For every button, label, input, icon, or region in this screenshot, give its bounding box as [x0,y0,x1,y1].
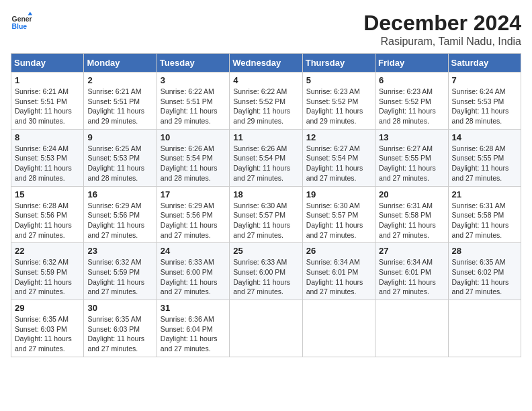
day-header-wednesday: Wednesday [230,54,302,73]
logo: General Blue [11,11,32,32]
calendar-cell: 31Sunrise: 6:36 AMSunset: 6:04 PMDayligh… [157,300,229,357]
day-info: Sunrise: 6:24 AMSunset: 5:53 PMDaylight:… [452,87,517,126]
day-info: Sunrise: 6:30 AMSunset: 5:57 PMDaylight:… [233,201,298,240]
day-info: Sunrise: 6:22 AMSunset: 5:52 PMDaylight:… [233,87,298,126]
day-number: 27 [379,246,444,256]
day-info: Sunrise: 6:25 AMSunset: 5:53 PMDaylight:… [87,144,152,183]
day-number: 11 [233,132,298,142]
calendar-week-row: 22Sunrise: 6:32 AMSunset: 5:59 PMDayligh… [11,243,521,300]
location-subtitle: Rasipuram, Tamil Nadu, India [363,36,521,48]
calendar-cell: 26Sunrise: 6:34 AMSunset: 6:01 PMDayligh… [302,243,375,300]
calendar-table: SundayMondayTuesdayWednesdayThursdayFrid… [11,53,521,357]
day-number: 30 [87,303,152,313]
day-header-sunday: Sunday [11,54,84,73]
day-number: 24 [161,246,226,256]
title-section: December 2024 Rasipuram, Tamil Nadu, Ind… [363,11,521,48]
calendar-cell: 14Sunrise: 6:28 AMSunset: 5:55 PMDayligh… [448,129,521,186]
day-info: Sunrise: 6:35 AMSunset: 6:03 PMDaylight:… [87,314,152,354]
day-number: 5 [306,75,371,85]
day-number: 4 [233,75,298,85]
day-info: Sunrise: 6:36 AMSunset: 6:04 PMDaylight:… [161,314,226,354]
calendar-cell: 9Sunrise: 6:25 AMSunset: 5:53 PMDaylight… [84,129,157,186]
day-number: 8 [15,132,80,142]
day-number: 2 [87,75,152,85]
day-info: Sunrise: 6:23 AMSunset: 5:52 PMDaylight:… [306,87,371,126]
calendar-cell: 20Sunrise: 6:31 AMSunset: 5:58 PMDayligh… [375,186,448,243]
svg-text:Blue: Blue [12,23,28,30]
day-info: Sunrise: 6:21 AMSunset: 5:51 PMDaylight:… [87,87,152,126]
day-number: 13 [379,132,444,142]
calendar-cell [230,300,302,357]
day-info: Sunrise: 6:34 AMSunset: 6:01 PMDaylight:… [306,257,371,297]
calendar-cell [375,300,448,357]
calendar-cell: 24Sunrise: 6:33 AMSunset: 6:00 PMDayligh… [157,243,229,300]
calendar-week-row: 29Sunrise: 6:35 AMSunset: 6:03 PMDayligh… [11,300,521,357]
calendar-cell: 11Sunrise: 6:26 AMSunset: 5:54 PMDayligh… [230,129,302,186]
day-info: Sunrise: 6:33 AMSunset: 6:00 PMDaylight:… [161,257,226,297]
day-number: 29 [15,303,80,313]
day-info: Sunrise: 6:21 AMSunset: 5:51 PMDaylight:… [15,87,80,126]
day-info: Sunrise: 6:31 AMSunset: 5:58 PMDaylight:… [379,201,444,240]
calendar-cell: 5Sunrise: 6:23 AMSunset: 5:52 PMDaylight… [302,73,375,130]
day-number: 28 [452,246,517,256]
day-number: 1 [15,75,80,85]
calendar-cell: 21Sunrise: 6:31 AMSunset: 5:58 PMDayligh… [448,186,521,243]
day-header-tuesday: Tuesday [157,54,229,73]
calendar-cell: 18Sunrise: 6:30 AMSunset: 5:57 PMDayligh… [230,186,302,243]
calendar-cell: 15Sunrise: 6:28 AMSunset: 5:56 PMDayligh… [11,186,84,243]
calendar-cell [448,300,521,357]
day-number: 25 [233,246,298,256]
calendar-cell: 1Sunrise: 6:21 AMSunset: 5:51 PMDaylight… [11,73,84,130]
day-header-thursday: Thursday [302,54,375,73]
day-number: 17 [161,189,226,199]
day-info: Sunrise: 6:27 AMSunset: 5:54 PMDaylight:… [306,144,371,183]
calendar-cell: 6Sunrise: 6:23 AMSunset: 5:52 PMDaylight… [375,73,448,130]
calendar-cell: 13Sunrise: 6:27 AMSunset: 5:55 PMDayligh… [375,129,448,186]
calendar-cell: 19Sunrise: 6:30 AMSunset: 5:57 PMDayligh… [302,186,375,243]
calendar-cell: 23Sunrise: 6:32 AMSunset: 5:59 PMDayligh… [84,243,157,300]
day-info: Sunrise: 6:26 AMSunset: 5:54 PMDaylight:… [233,144,298,183]
calendar-cell: 16Sunrise: 6:29 AMSunset: 5:56 PMDayligh… [84,186,157,243]
day-number: 16 [87,189,152,199]
day-header-friday: Friday [375,54,448,73]
calendar-cell: 2Sunrise: 6:21 AMSunset: 5:51 PMDaylight… [84,73,157,130]
day-info: Sunrise: 6:32 AMSunset: 5:59 PMDaylight:… [15,257,80,297]
day-info: Sunrise: 6:23 AMSunset: 5:52 PMDaylight:… [379,87,444,126]
day-info: Sunrise: 6:22 AMSunset: 5:51 PMDaylight:… [161,87,226,126]
day-number: 7 [452,75,517,85]
day-info: Sunrise: 6:30 AMSunset: 5:57 PMDaylight:… [306,201,371,240]
day-number: 3 [161,75,226,85]
day-number: 21 [452,189,517,199]
day-info: Sunrise: 6:33 AMSunset: 6:00 PMDaylight:… [233,257,298,297]
calendar-cell: 17Sunrise: 6:29 AMSunset: 5:56 PMDayligh… [157,186,229,243]
day-info: Sunrise: 6:28 AMSunset: 5:56 PMDaylight:… [15,201,80,240]
day-number: 22 [15,246,80,256]
day-number: 14 [452,132,517,142]
day-number: 20 [379,189,444,199]
day-info: Sunrise: 6:24 AMSunset: 5:53 PMDaylight:… [15,144,80,183]
day-info: Sunrise: 6:34 AMSunset: 6:01 PMDaylight:… [379,257,444,297]
day-number: 15 [15,189,80,199]
calendar-cell: 4Sunrise: 6:22 AMSunset: 5:52 PMDaylight… [230,73,302,130]
day-info: Sunrise: 6:29 AMSunset: 5:56 PMDaylight:… [87,201,152,240]
day-info: Sunrise: 6:26 AMSunset: 5:54 PMDaylight:… [161,144,226,183]
calendar-cell: 3Sunrise: 6:22 AMSunset: 5:51 PMDaylight… [157,73,229,130]
day-info: Sunrise: 6:35 AMSunset: 6:02 PMDaylight:… [452,257,517,297]
day-number: 23 [87,246,152,256]
calendar-cell: 28Sunrise: 6:35 AMSunset: 6:02 PMDayligh… [448,243,521,300]
day-number: 18 [233,189,298,199]
day-info: Sunrise: 6:35 AMSunset: 6:03 PMDaylight:… [15,314,80,354]
month-title: December 2024 [363,11,521,36]
day-info: Sunrise: 6:31 AMSunset: 5:58 PMDaylight:… [452,201,517,240]
calendar-cell: 7Sunrise: 6:24 AMSunset: 5:53 PMDaylight… [448,73,521,130]
calendar-cell [302,300,375,357]
day-number: 6 [379,75,444,85]
day-number: 26 [306,246,371,256]
calendar-cell: 8Sunrise: 6:24 AMSunset: 5:53 PMDaylight… [11,129,84,186]
day-header-monday: Monday [84,54,157,73]
calendar-cell: 25Sunrise: 6:33 AMSunset: 6:00 PMDayligh… [230,243,302,300]
day-info: Sunrise: 6:28 AMSunset: 5:55 PMDaylight:… [452,144,517,183]
svg-marker-2 [28,12,32,15]
day-number: 31 [161,303,226,313]
calendar-week-row: 15Sunrise: 6:28 AMSunset: 5:56 PMDayligh… [11,186,521,243]
